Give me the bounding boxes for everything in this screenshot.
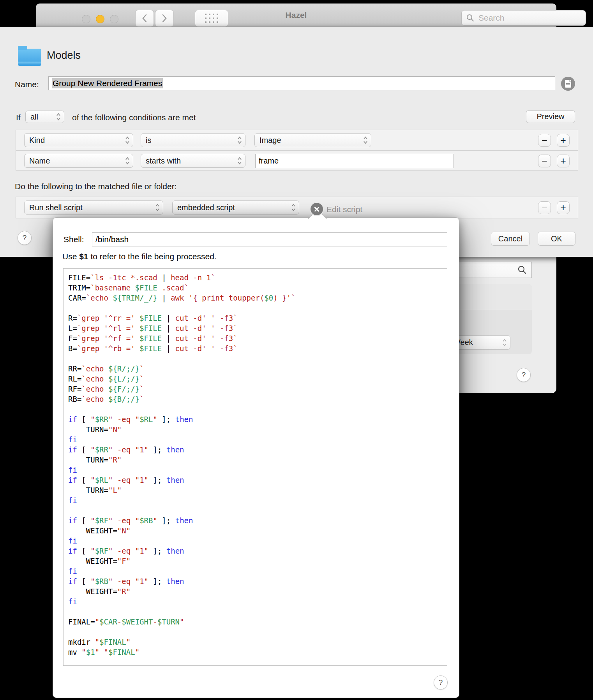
condition-attribute-popup[interactable]: Kind bbox=[24, 133, 133, 147]
window-help-button[interactable]: ? bbox=[517, 368, 531, 382]
shell-path-input[interactable] bbox=[92, 232, 447, 246]
condition-attribute-popup[interactable]: Name bbox=[24, 154, 133, 168]
rule-name-value: Group New Rendered Frames bbox=[52, 78, 163, 88]
actions-heading: Do the following to the matched file or … bbox=[15, 182, 177, 191]
name-label: Name: bbox=[15, 80, 39, 89]
stepper-arrows-icon bbox=[291, 203, 296, 212]
action-type-popup[interactable]: Run shell script bbox=[24, 201, 163, 215]
file-variable: $1 bbox=[79, 252, 88, 261]
stepper-arrows-icon bbox=[502, 338, 507, 347]
condition-operator-popup[interactable]: starts with bbox=[141, 154, 245, 168]
cancel-button[interactable]: Cancel bbox=[491, 232, 530, 246]
actions-box: Run shell script embedded script − + bbox=[16, 197, 578, 218]
ok-button[interactable]: OK bbox=[538, 232, 575, 246]
window-titlebar: Hazel bbox=[36, 4, 556, 27]
edit-script-popover: Shell: Use $1 to refer to the file being… bbox=[53, 217, 459, 698]
condition-value-input[interactable] bbox=[255, 154, 454, 168]
popover-help-button[interactable]: ? bbox=[434, 675, 448, 689]
if-label: If bbox=[16, 113, 21, 122]
conditions-box: Kind is Image − + Nam bbox=[16, 130, 578, 171]
script-editor[interactable]: FILE=`ls -1tc *.scad | head -n 1`TRIM=`b… bbox=[63, 268, 447, 666]
remove-condition-button[interactable]: − bbox=[538, 155, 551, 167]
folder-icon bbox=[18, 49, 41, 66]
page-title: Models bbox=[47, 49, 81, 62]
stepper-arrows-icon bbox=[237, 156, 242, 165]
screen: Hazel Week ? Models bbox=[0, 0, 593, 700]
shell-label: Shell: bbox=[64, 235, 84, 244]
document-icon bbox=[565, 79, 572, 88]
add-condition-button[interactable]: + bbox=[557, 134, 570, 147]
close-popover-button[interactable] bbox=[310, 202, 324, 216]
condition-operator-popup[interactable]: is bbox=[141, 133, 245, 147]
remove-action-button[interactable]: − bbox=[538, 201, 551, 214]
stepper-arrows-icon bbox=[155, 203, 160, 212]
rule-name-field[interactable]: Group New Rendered Frames bbox=[48, 76, 555, 90]
toolbar-search-field[interactable] bbox=[461, 10, 586, 26]
script-hint: Use $1 to refer to the file being proces… bbox=[62, 252, 217, 261]
remove-condition-button[interactable]: − bbox=[538, 134, 551, 147]
condition-value-popup[interactable]: Image bbox=[254, 133, 371, 147]
stepper-arrows-icon bbox=[56, 112, 61, 121]
stepper-arrows-icon bbox=[237, 135, 242, 145]
sheet-help-button[interactable]: ? bbox=[18, 231, 32, 245]
edit-script-link[interactable]: Edit script bbox=[327, 205, 362, 214]
rule-note-button[interactable] bbox=[561, 77, 575, 91]
stepper-arrows-icon bbox=[363, 135, 368, 145]
search-input[interactable] bbox=[478, 13, 581, 23]
search-icon bbox=[466, 14, 474, 22]
help-label: ? bbox=[522, 371, 526, 379]
stepper-arrows-icon bbox=[125, 135, 130, 145]
stepper-arrows-icon bbox=[125, 156, 130, 165]
add-action-button[interactable]: + bbox=[557, 201, 570, 214]
conditions-suffix-label: of the following conditions are met bbox=[72, 113, 196, 122]
row-divider bbox=[16, 150, 578, 151]
script-source-popup[interactable]: embedded script bbox=[172, 201, 299, 215]
add-condition-button[interactable]: + bbox=[557, 155, 570, 167]
preview-button[interactable]: Preview bbox=[526, 110, 575, 123]
search-icon bbox=[517, 265, 527, 274]
match-type-popup[interactable]: all bbox=[25, 111, 64, 123]
